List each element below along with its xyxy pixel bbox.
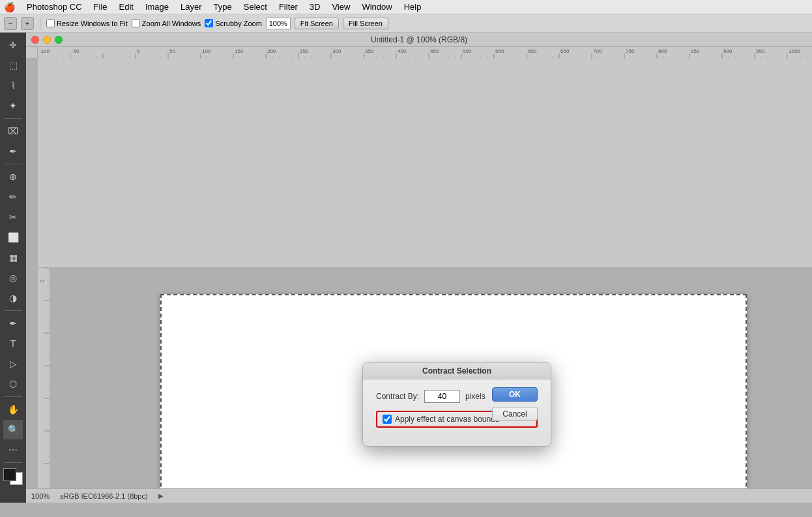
menu-select[interactable]: Select [239,1,272,13]
dialog-inner: Contract By: pixels Apply effect at canv… [376,390,538,428]
svg-text:0: 0 [39,279,45,282]
window-title: Untitled-1 @ 100% (RGB/8) [371,35,467,44]
close-button[interactable] [31,36,39,44]
contract-by-input[interactable] [424,390,460,403]
pen-tool[interactable]: ✒ [3,314,23,333]
dialog-title: Contract Selection [422,366,491,376]
tool-separator-2 [4,164,22,164]
pixels-label: pixels [465,392,486,401]
move-tool[interactable]: ✛ [3,35,23,55]
minimize-button[interactable] [43,36,51,44]
canvas-viewport[interactable]: Contract Selection Contract By: pixel [50,268,812,488]
brush-tool[interactable]: ✏ [3,187,23,207]
hand-tool[interactable]: ✋ [3,400,23,419]
scrubby-zoom-option[interactable]: Scrubby Zoom [205,19,262,27]
zoom-level: 100% [31,492,50,500]
menu-help[interactable]: Help [399,1,427,13]
colorspace-info: sRGB IEC61966-2.1 (8bpc) [60,492,148,500]
status-bar: 100% sRGB IEC61966-2.1 (8bpc) ▶ [26,488,812,503]
ruler-container: -100-50050100150200250300350400450500550… [26,47,812,488]
clone-tool[interactable]: ✂ [3,207,23,227]
menu-window[interactable]: Window [356,1,397,13]
marquee-tool[interactable]: ⬚ [3,55,23,75]
dialog-title-bar: Contract Selection [363,362,551,379]
contract-selection-dialog: Contract Selection Contract By: pixel [362,362,551,447]
shape-tool[interactable]: ⬡ [3,374,23,394]
menu-photoshop[interactable]: Photoshop CC [22,1,87,13]
dialog-body: Contract By: pixels Apply effect at canv… [363,379,551,446]
maximize-button[interactable] [55,36,63,44]
lasso-tool[interactable]: ⌇ [3,76,23,95]
menu-bar: 🍎 Photoshop CC File Edit Image Layer Typ… [0,0,812,14]
traffic-lights [31,36,63,44]
options-bar: − + Resize Windows to Fit Zoom All Windo… [0,14,812,33]
menu-filter[interactable]: Filter [274,1,303,13]
menu-edit[interactable]: Edit [114,1,139,13]
options-divider [40,17,40,30]
toolbar: ✛ ⬚ ⌇ ✦ ⌧ ✒ ⊕ ✏ ✂ ⬜ ▦ ◎ ◑ ✒ T ▷ ⬡ ✋ 🔍 ⋯ [0,33,26,503]
crop-tool[interactable]: ⌧ [3,121,23,141]
zoom-all-checkbox[interactable] [132,19,140,27]
svg-rect-167 [38,268,50,488]
more-tools[interactable]: ⋯ [3,440,23,460]
fit-screen-button[interactable]: Fit Screen [295,18,339,29]
color-swatches [3,468,23,485]
menu-file[interactable]: File [89,1,113,13]
tool-separator-1 [4,118,22,119]
ok-button[interactable]: OK [492,387,538,402]
ruler-vertical: 050100150200250300350400450500550600650 [38,268,50,488]
scrubby-zoom-checkbox[interactable] [205,19,213,27]
healing-tool[interactable]: ⊕ [3,167,23,186]
status-arrow[interactable]: ▶ [158,492,164,499]
foreground-color-swatch[interactable] [3,468,16,481]
ruler-corner [26,47,38,59]
zoom-value-input[interactable] [266,18,291,29]
apple-logo[interactable]: 🍎 [4,2,15,12]
text-tool[interactable]: T [3,334,23,353]
eyedropper-tool[interactable]: ✒ [3,141,23,161]
main-area: ✛ ⬚ ⌇ ✦ ⌧ ✒ ⊕ ✏ ✂ ⬜ ▦ ◎ ◑ ✒ T ▷ ⬡ ✋ 🔍 ⋯ [0,33,812,503]
menu-3d[interactable]: 3D [304,1,326,13]
ruler-v-wrap: 050100150200250300350400450500550600650 [38,268,812,488]
menu-layer[interactable]: Layer [175,1,207,13]
menu-image[interactable]: Image [140,1,174,13]
menu-view[interactable]: View [326,1,355,13]
resize-windows-option[interactable]: Resize Windows to Fit [46,19,128,27]
magic-wand-tool[interactable]: ✦ [3,96,23,115]
zoom-all-option[interactable]: Zoom All Windows [132,19,201,27]
gradient-tool[interactable]: ▦ [3,248,23,267]
zoom-tool[interactable]: 🔍 [3,420,23,439]
contract-by-label: Contract By: [376,392,419,401]
tool-separator-3 [4,310,22,311]
ruler-horizontal: -100-50050100150200250300350400450500550… [38,47,812,268]
zoom-out-button[interactable]: − [4,17,17,30]
cancel-button[interactable]: Cancel [492,407,538,421]
tool-separator-4 [4,396,22,397]
resize-windows-checkbox[interactable] [46,19,55,27]
window-title-bar: Untitled-1 @ 100% (RGB/8) [26,33,812,47]
canvas-bounds-label: Apply effect at canvas bounds [395,415,499,424]
path-tool[interactable]: ▷ [3,354,23,374]
dodge-tool[interactable]: ◑ [3,288,23,308]
blur-tool[interactable]: ◎ [3,268,23,288]
canvas-area: Untitled-1 @ 100% (RGB/8) -100-500501001… [26,33,812,503]
fill-screen-button[interactable]: Fill Screen [343,18,388,29]
zoom-in-button[interactable]: + [21,17,34,30]
tool-separator-5 [4,462,22,463]
eraser-tool[interactable]: ⬜ [3,228,23,247]
canvas-bounds-checkbox[interactable] [383,415,392,424]
menu-type[interactable]: Type [209,1,237,13]
